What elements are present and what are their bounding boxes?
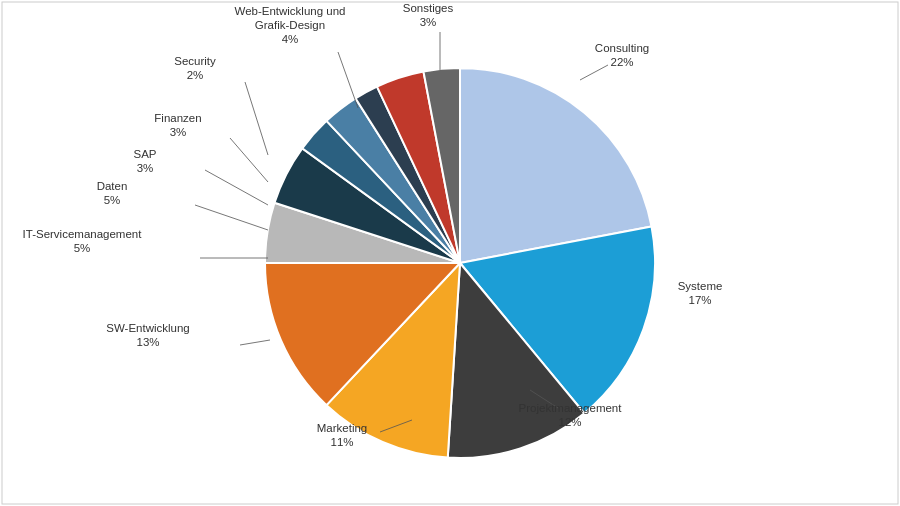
chart-label: Finanzen3% bbox=[154, 112, 201, 138]
label-connector bbox=[195, 205, 268, 230]
chart-label: Web-Entwicklung undGrafik-Design4% bbox=[234, 5, 345, 45]
chart-label: Marketing11% bbox=[317, 422, 368, 448]
label-connector bbox=[205, 170, 268, 205]
label-connector bbox=[580, 65, 608, 80]
chart-label: SAP3% bbox=[133, 148, 156, 174]
chart-label: Consulting22% bbox=[595, 42, 649, 68]
chart-label: Daten5% bbox=[97, 180, 128, 206]
chart-label: IT-Servicemanagement5% bbox=[23, 228, 143, 254]
pie-chart: Consulting22%Systeme17%Projektmanagement… bbox=[0, 0, 900, 506]
label-connector bbox=[230, 138, 268, 182]
chart-label: SW-Entwicklung13% bbox=[106, 322, 190, 348]
chart-label: Security2% bbox=[174, 55, 216, 81]
label-connector bbox=[338, 52, 358, 108]
chart-label: Systeme17% bbox=[678, 280, 723, 306]
label-connector bbox=[245, 82, 268, 155]
label-connector bbox=[240, 340, 270, 345]
chart-container: Consulting22%Systeme17%Projektmanagement… bbox=[0, 0, 900, 506]
chart-label: Sonstiges3% bbox=[403, 2, 454, 28]
